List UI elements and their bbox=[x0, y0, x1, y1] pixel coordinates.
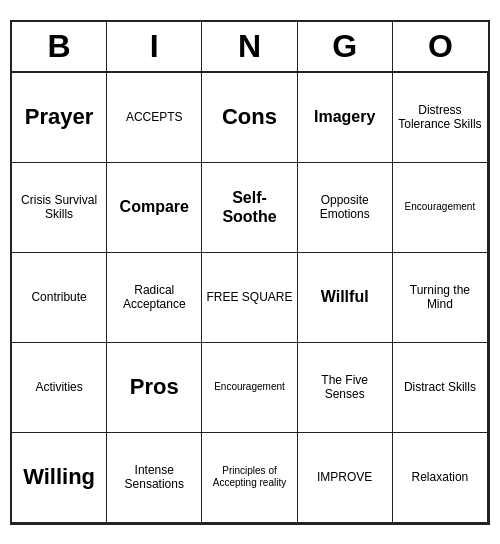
bingo-cell: Encouragement bbox=[202, 343, 297, 433]
bingo-cell: Cons bbox=[202, 73, 297, 163]
cell-text: Compare bbox=[120, 197, 189, 216]
cell-text: Prayer bbox=[25, 104, 94, 130]
cell-text: Relaxation bbox=[412, 470, 469, 484]
bingo-cell: Turning the Mind bbox=[393, 253, 488, 343]
cell-text: Principles of Accepting reality bbox=[206, 465, 292, 489]
bingo-cell: Pros bbox=[107, 343, 202, 433]
cell-text: FREE SQUARE bbox=[206, 290, 292, 304]
cell-text: Imagery bbox=[314, 107, 375, 126]
bingo-cell: Willing bbox=[12, 433, 107, 523]
bingo-cell: ACCEPTS bbox=[107, 73, 202, 163]
cell-text: Crisis Survival Skills bbox=[16, 193, 102, 222]
bingo-cell: Distress Tolerance Skills bbox=[393, 73, 488, 163]
header-letter: B bbox=[12, 22, 107, 71]
bingo-cell: Activities bbox=[12, 343, 107, 433]
bingo-cell: Radical Acceptance bbox=[107, 253, 202, 343]
bingo-card: BINGO PrayerACCEPTSConsImageryDistress T… bbox=[10, 20, 490, 525]
cell-text: Activities bbox=[35, 380, 82, 394]
bingo-cell: Intense Sensations bbox=[107, 433, 202, 523]
cell-text: Willing bbox=[23, 464, 95, 490]
bingo-cell: Encouragement bbox=[393, 163, 488, 253]
cell-text: ACCEPTS bbox=[126, 110, 183, 124]
bingo-cell: Willful bbox=[298, 253, 393, 343]
bingo-cell: FREE SQUARE bbox=[202, 253, 297, 343]
bingo-cell: The Five Senses bbox=[298, 343, 393, 433]
bingo-cell: Contribute bbox=[12, 253, 107, 343]
cell-text: Intense Sensations bbox=[111, 463, 197, 492]
cell-text: Distress Tolerance Skills bbox=[397, 103, 483, 132]
cell-text: Encouragement bbox=[214, 381, 285, 393]
cell-text: The Five Senses bbox=[302, 373, 388, 402]
header-letter: O bbox=[393, 22, 488, 71]
cell-text: Encouragement bbox=[405, 201, 476, 213]
bingo-cell: Distract Skills bbox=[393, 343, 488, 433]
cell-text: IMPROVE bbox=[317, 470, 372, 484]
bingo-cell: Crisis Survival Skills bbox=[12, 163, 107, 253]
cell-text: Cons bbox=[222, 104, 277, 130]
bingo-header: BINGO bbox=[12, 22, 488, 73]
cell-text: Opposite Emotions bbox=[302, 193, 388, 222]
header-letter: I bbox=[107, 22, 202, 71]
bingo-cell: Compare bbox=[107, 163, 202, 253]
bingo-cell: Prayer bbox=[12, 73, 107, 163]
cell-text: Contribute bbox=[31, 290, 86, 304]
cell-text: Distract Skills bbox=[404, 380, 476, 394]
cell-text: Self-Soothe bbox=[206, 188, 292, 226]
bingo-cell: Principles of Accepting reality bbox=[202, 433, 297, 523]
cell-text: Pros bbox=[130, 374, 179, 400]
bingo-cell: Relaxation bbox=[393, 433, 488, 523]
bingo-grid: PrayerACCEPTSConsImageryDistress Toleran… bbox=[12, 73, 488, 523]
cell-text: Willful bbox=[321, 287, 369, 306]
bingo-cell: Opposite Emotions bbox=[298, 163, 393, 253]
bingo-cell: Self-Soothe bbox=[202, 163, 297, 253]
cell-text: Radical Acceptance bbox=[111, 283, 197, 312]
header-letter: N bbox=[202, 22, 297, 71]
bingo-cell: IMPROVE bbox=[298, 433, 393, 523]
bingo-cell: Imagery bbox=[298, 73, 393, 163]
cell-text: Turning the Mind bbox=[397, 283, 483, 312]
header-letter: G bbox=[298, 22, 393, 71]
